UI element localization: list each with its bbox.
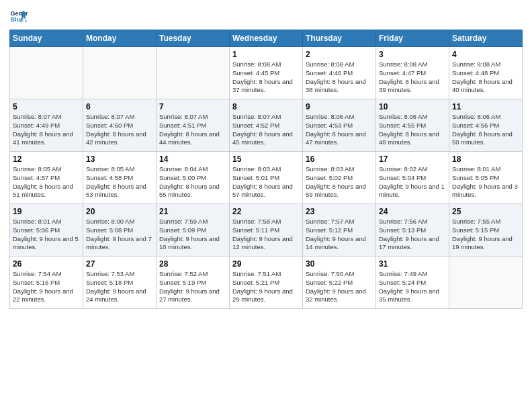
day-number: 10 (379, 102, 446, 111)
calendar-table: SundayMondayTuesdayWednesdayThursdayFrid… (9, 30, 523, 309)
day-number: 13 (86, 154, 153, 164)
calendar-cell: 8Sunrise: 8:07 AM Sunset: 4:52 PM Daylig… (230, 99, 303, 152)
day-number: 31 (379, 259, 446, 269)
day-number: 9 (306, 102, 373, 111)
day-info: Sunrise: 8:01 AM Sunset: 5:06 PM Dayligh… (13, 218, 80, 252)
day-info: Sunrise: 7:56 AM Sunset: 5:13 PM Dayligh… (379, 218, 446, 252)
day-number: 25 (452, 207, 519, 216)
day-number: 12 (13, 154, 80, 164)
calendar-cell: 11Sunrise: 8:06 AM Sunset: 4:56 PM Dayli… (449, 99, 523, 152)
day-info: Sunrise: 7:50 AM Sunset: 5:22 PM Dayligh… (306, 270, 373, 304)
day-info: Sunrise: 8:08 AM Sunset: 4:48 PM Dayligh… (452, 60, 519, 95)
calendar-cell: 21Sunrise: 7:59 AM Sunset: 5:09 PM Dayli… (157, 204, 230, 257)
day-number: 6 (86, 102, 153, 111)
calendar-cell (157, 47, 230, 99)
day-number: 14 (159, 154, 226, 164)
day-info: Sunrise: 8:07 AM Sunset: 4:52 PM Dayligh… (232, 113, 300, 147)
calendar-cell: 13Sunrise: 8:05 AM Sunset: 4:58 PM Dayli… (83, 152, 157, 204)
day-number: 2 (306, 50, 373, 59)
calendar-cell: 24Sunrise: 7:56 AM Sunset: 5:13 PM Dayli… (376, 204, 449, 257)
week-row-2: 5Sunrise: 8:07 AM Sunset: 4:49 PM Daylig… (10, 99, 523, 152)
calendar-cell: 4Sunrise: 8:08 AM Sunset: 4:48 PM Daylig… (449, 47, 523, 99)
calendar-cell: 10Sunrise: 8:06 AM Sunset: 4:55 PM Dayli… (376, 99, 449, 152)
calendar-cell: 12Sunrise: 8:05 AM Sunset: 4:57 PM Dayli… (10, 152, 83, 204)
day-number: 20 (86, 207, 153, 216)
day-number: 23 (306, 207, 373, 216)
day-number: 18 (452, 154, 519, 164)
calendar-cell: 18Sunrise: 8:01 AM Sunset: 5:05 PM Dayli… (449, 152, 523, 204)
week-row-5: 26Sunrise: 7:54 AM Sunset: 5:16 PM Dayli… (10, 257, 523, 309)
day-info: Sunrise: 8:08 AM Sunset: 4:45 PM Dayligh… (232, 60, 300, 95)
day-info: Sunrise: 8:03 AM Sunset: 5:01 PM Dayligh… (232, 165, 300, 199)
calendar-cell: 23Sunrise: 7:57 AM Sunset: 5:12 PM Dayli… (303, 204, 376, 257)
calendar-cell: 26Sunrise: 7:54 AM Sunset: 5:16 PM Dayli… (10, 257, 83, 309)
day-number: 24 (379, 207, 446, 216)
calendar-cell: 6Sunrise: 8:07 AM Sunset: 4:50 PM Daylig… (83, 99, 157, 152)
calendar-cell: 30Sunrise: 7:50 AM Sunset: 5:22 PM Dayli… (303, 257, 376, 309)
day-info: Sunrise: 8:00 AM Sunset: 5:08 PM Dayligh… (86, 218, 153, 252)
calendar-cell: 22Sunrise: 7:58 AM Sunset: 5:11 PM Dayli… (230, 204, 303, 257)
calendar-cell: 5Sunrise: 8:07 AM Sunset: 4:49 PM Daylig… (10, 99, 83, 152)
week-row-1: 1Sunrise: 8:08 AM Sunset: 4:45 PM Daylig… (10, 47, 523, 99)
week-row-3: 12Sunrise: 8:05 AM Sunset: 4:57 PM Dayli… (10, 152, 523, 204)
calendar-cell: 31Sunrise: 7:49 AM Sunset: 5:24 PM Dayli… (376, 257, 449, 309)
day-number: 8 (232, 102, 300, 111)
day-info: Sunrise: 8:03 AM Sunset: 5:02 PM Dayligh… (306, 165, 373, 199)
day-info: Sunrise: 8:08 AM Sunset: 4:47 PM Dayligh… (379, 60, 446, 95)
calendar-cell: 20Sunrise: 8:00 AM Sunset: 5:08 PM Dayli… (83, 204, 157, 257)
day-info: Sunrise: 7:53 AM Sunset: 5:18 PM Dayligh… (86, 270, 153, 304)
day-info: Sunrise: 8:05 AM Sunset: 4:58 PM Dayligh… (86, 165, 153, 199)
day-number: 22 (232, 207, 300, 216)
day-info: Sunrise: 8:07 AM Sunset: 4:51 PM Dayligh… (159, 113, 226, 147)
weekday-header-thursday: Thursday (303, 30, 376, 47)
day-number: 28 (159, 259, 226, 269)
calendar-cell: 17Sunrise: 8:02 AM Sunset: 5:04 PM Dayli… (376, 152, 449, 204)
calendar-cell: 19Sunrise: 8:01 AM Sunset: 5:06 PM Dayli… (10, 204, 83, 257)
day-info: Sunrise: 7:57 AM Sunset: 5:12 PM Dayligh… (306, 218, 373, 252)
header: General Blue (9, 7, 523, 26)
calendar-cell: 27Sunrise: 7:53 AM Sunset: 5:18 PM Dayli… (83, 257, 157, 309)
day-info: Sunrise: 7:55 AM Sunset: 5:15 PM Dayligh… (452, 218, 519, 252)
day-number: 4 (452, 50, 519, 59)
day-info: Sunrise: 8:04 AM Sunset: 5:00 PM Dayligh… (159, 165, 226, 199)
day-info: Sunrise: 7:58 AM Sunset: 5:11 PM Dayligh… (232, 218, 300, 252)
day-info: Sunrise: 8:06 AM Sunset: 4:55 PM Dayligh… (379, 113, 446, 147)
day-info: Sunrise: 7:52 AM Sunset: 5:19 PM Dayligh… (159, 270, 226, 304)
calendar-cell: 15Sunrise: 8:03 AM Sunset: 5:01 PM Dayli… (230, 152, 303, 204)
calendar-cell: 1Sunrise: 8:08 AM Sunset: 4:45 PM Daylig… (230, 47, 303, 99)
day-number: 17 (379, 154, 446, 164)
day-info: Sunrise: 8:07 AM Sunset: 4:49 PM Dayligh… (13, 113, 80, 147)
day-info: Sunrise: 8:02 AM Sunset: 5:04 PM Dayligh… (379, 165, 446, 199)
day-number: 15 (232, 154, 300, 164)
day-number: 26 (13, 259, 80, 269)
weekday-header-friday: Friday (376, 30, 449, 47)
weekday-header-tuesday: Tuesday (157, 30, 230, 47)
day-info: Sunrise: 7:51 AM Sunset: 5:21 PM Dayligh… (232, 270, 300, 304)
day-info: Sunrise: 7:59 AM Sunset: 5:09 PM Dayligh… (159, 218, 226, 252)
calendar-cell: 25Sunrise: 7:55 AM Sunset: 5:15 PM Dayli… (449, 204, 523, 257)
day-number: 5 (13, 102, 80, 111)
calendar-cell (449, 257, 523, 309)
calendar-cell: 3Sunrise: 8:08 AM Sunset: 4:47 PM Daylig… (376, 47, 449, 99)
day-info: Sunrise: 7:54 AM Sunset: 5:16 PM Dayligh… (13, 270, 80, 304)
day-number: 7 (159, 102, 226, 111)
weekday-header-saturday: Saturday (449, 30, 523, 47)
weekday-header-monday: Monday (83, 30, 157, 47)
calendar-cell: 9Sunrise: 8:06 AM Sunset: 4:53 PM Daylig… (303, 99, 376, 152)
day-info: Sunrise: 8:06 AM Sunset: 4:56 PM Dayligh… (452, 113, 519, 147)
day-info: Sunrise: 8:05 AM Sunset: 4:57 PM Dayligh… (13, 165, 80, 199)
day-number: 29 (232, 259, 300, 269)
day-info: Sunrise: 8:01 AM Sunset: 5:05 PM Dayligh… (452, 165, 519, 199)
day-info: Sunrise: 8:06 AM Sunset: 4:53 PM Dayligh… (306, 113, 373, 147)
calendar-cell (83, 47, 157, 99)
day-number: 19 (13, 207, 80, 216)
logo-icon: General Blue (9, 7, 28, 26)
logo: General Blue (9, 7, 28, 26)
day-number: 1 (232, 50, 300, 59)
day-number: 27 (86, 259, 153, 269)
day-number: 16 (306, 154, 373, 164)
weekday-header-sunday: Sunday (10, 30, 83, 47)
day-number: 21 (159, 207, 226, 216)
calendar-cell: 2Sunrise: 8:08 AM Sunset: 4:46 PM Daylig… (303, 47, 376, 99)
week-row-4: 19Sunrise: 8:01 AM Sunset: 5:06 PM Dayli… (10, 204, 523, 257)
